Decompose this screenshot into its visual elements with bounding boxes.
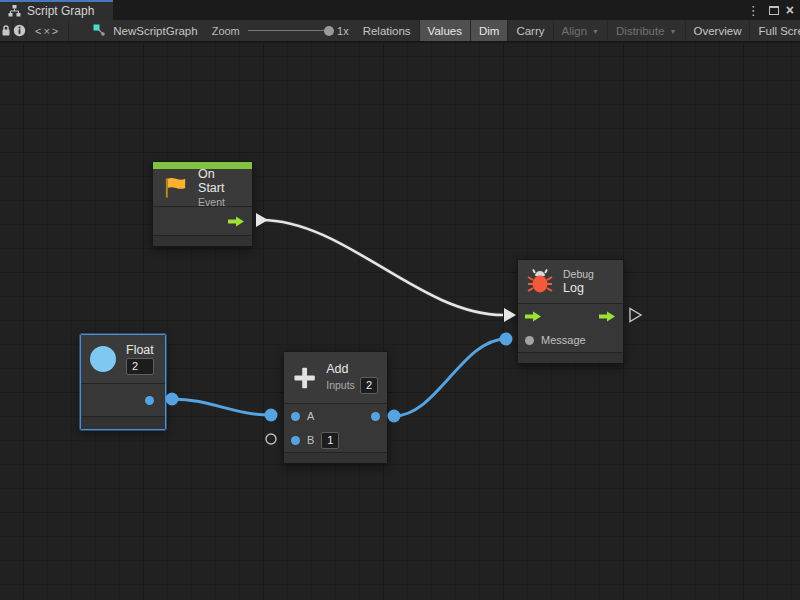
flow-input-arrow-icon[interactable] [525,311,542,322]
node-on-start-header[interactable]: On Start Event [153,169,252,207]
script-graph-asset-icon [93,24,106,37]
info-icon [13,24,26,37]
add-input-a-port[interactable] [291,412,300,421]
toolbar-button-overview[interactable]: Overview [686,20,751,41]
chevron-down-icon: ▼ [670,28,677,35]
log-input-flow-arrowhead[interactable] [504,308,516,322]
node-debug-log[interactable]: Debug Log Message [517,259,624,364]
flow-output-arrow-icon[interactable] [228,216,245,227]
add-output-port[interactable] [371,412,380,421]
toolbar-button-distribute[interactable]: Distribute ▼ [608,20,686,41]
tab-script-graph[interactable]: Script Graph [0,0,113,20]
float-output-port[interactable] [145,396,154,405]
connection-layer [0,43,800,600]
graph-name-label: NewScriptGraph [113,25,197,37]
b-value-field[interactable]: 1 [321,432,339,449]
code-preview-button[interactable]: <×> [27,20,69,41]
node-footer [284,453,387,463]
add-b-input-port-unconnected[interactable] [266,434,276,444]
value-wire-float-to-add-a[interactable] [172,399,271,415]
onstart-output-flow-port[interactable] [256,213,268,227]
port-label-message: Message [541,334,586,346]
node-subtitle: Event [198,196,243,208]
zoom-label: Zoom [212,25,240,37]
flow-wire-onstart-to-log[interactable] [261,220,503,315]
node-footer [518,353,623,363]
graph-canvas[interactable]: On Start Event [0,43,800,600]
node-add[interactable]: Add Inputs 2 A B 1 [283,351,388,464]
log-output-flow-port-unconnected[interactable] [630,309,641,322]
graph-toolbar: <×> NewScriptGraph Zoom 1x Relations Val… [0,20,800,42]
message-input-wire-dot[interactable] [500,333,513,346]
close-icon[interactable]: × [786,3,794,17]
chevron-down-icon: ▼ [592,28,599,35]
hierarchy-icon [8,5,21,17]
toolbar-button-fullscreen[interactable]: Full Screen [750,20,800,41]
node-title: On Start [198,167,243,195]
float-type-icon [90,346,116,372]
node-title: Log [563,281,594,295]
toolbar-button-relations[interactable]: Relations [355,20,420,41]
inputs-count-field[interactable]: 2 [360,377,378,394]
lock-button[interactable] [0,20,13,41]
window-menu-icon[interactable]: ⋮ [745,4,762,17]
inputs-label: Inputs [326,379,355,391]
message-input-port[interactable] [525,336,534,345]
maximize-icon[interactable] [769,6,779,15]
zoom-slider-handle[interactable] [324,26,334,36]
node-add-header[interactable]: Add Inputs 2 [284,352,387,404]
wire-shadow [261,220,503,315]
inspect-button[interactable] [13,20,27,41]
toolbar-button-values[interactable]: Values [420,20,471,41]
flag-icon [162,175,188,200]
tab-bar: Script Graph ⋮ × [0,0,800,20]
add-a-input-wire-dot[interactable] [265,409,278,422]
distribute-label: Distribute [616,25,665,37]
tab-label: Script Graph [27,4,94,18]
window-controls: ⋮ × [745,0,800,20]
node-category: Debug [563,268,594,280]
node-on-start[interactable]: On Start Event [152,161,253,247]
zoom-value: 1x [337,25,349,37]
port-label-a: A [307,410,314,422]
bug-icon [527,269,553,294]
float-value-field[interactable]: 2 [126,358,154,375]
zoom-slider[interactable] [248,30,329,31]
node-title: Float [126,343,154,357]
add-input-b-port[interactable] [291,436,300,445]
graph-name-group[interactable]: NewScriptGraph [69,20,207,41]
flow-output-arrow-icon[interactable] [599,311,616,322]
toolbar-button-align[interactable]: Align ▼ [554,20,609,41]
node-debug-log-header[interactable]: Debug Log [518,260,623,304]
toolbar-button-carry[interactable]: Carry [508,20,553,41]
float-output-wire-dot[interactable] [166,393,179,406]
value-wire-add-to-message[interactable] [394,339,506,416]
node-float[interactable]: Float 2 [80,334,166,430]
port-label-b: B [307,434,314,446]
toolbar-button-dim[interactable]: Dim [471,20,508,41]
align-label: Align [562,25,588,37]
node-footer [153,236,252,246]
lock-icon [0,24,12,37]
zoom-control: Zoom 1x [208,20,355,41]
script-graph-window: Script Graph ⋮ × <×> [0,0,800,600]
add-output-wire-dot[interactable] [388,410,401,423]
plus-icon [293,366,316,390]
node-footer [81,417,165,429]
node-float-header[interactable]: Float 2 [81,335,165,384]
node-title: Add [326,362,378,376]
